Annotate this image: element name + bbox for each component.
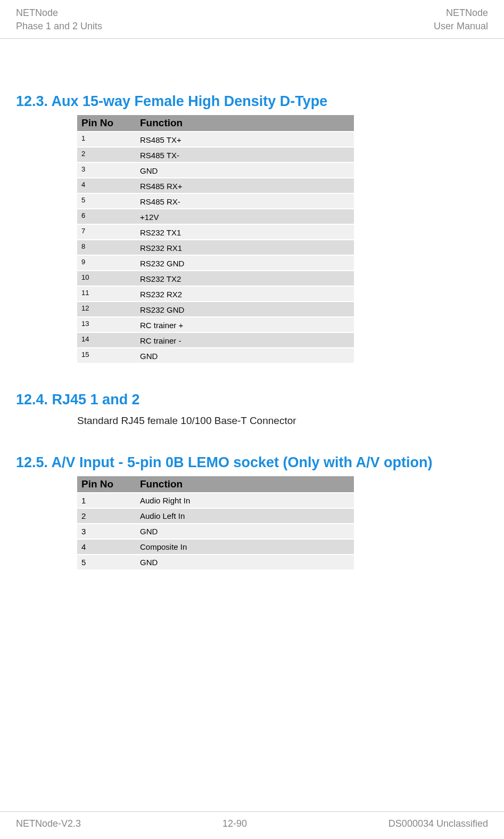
table-col-pin: Pin No <box>77 476 136 493</box>
table-row: 2RS485 TX- <box>77 147 354 162</box>
table-row: 1Audio Right In <box>77 493 354 508</box>
pin-cell: 3 <box>77 524 136 539</box>
table-row: 1RS485 TX+ <box>77 132 354 147</box>
func-cell: RS232 GND <box>136 255 354 271</box>
header-left-line1: NETNode <box>16 6 102 20</box>
func-cell: RS485 TX- <box>136 147 354 162</box>
page-header: NETNode Phase 1 and 2 Units NETNode User… <box>0 0 504 39</box>
pin-cell: 4 <box>77 539 136 555</box>
table-row: 4Composite In <box>77 539 354 555</box>
header-left-line2: Phase 1 and 2 Units <box>16 20 102 33</box>
pin-cell: 15 <box>77 348 136 363</box>
header-right: NETNode User Manual <box>434 6 488 33</box>
section-12-4-body: Standard RJ45 female 10/100 Base-T Conne… <box>77 415 488 427</box>
func-cell: GND <box>136 162 354 178</box>
table-row: 10RS232 TX2 <box>77 271 354 286</box>
func-cell: RS485 TX+ <box>136 132 354 147</box>
table-row: 3GND <box>77 524 354 539</box>
table-row: 15GND <box>77 348 354 363</box>
table-row: 9RS232 GND <box>77 255 354 271</box>
section-12-4-heading: 12.4. RJ45 1 and 2 <box>16 390 488 409</box>
pin-cell: 14 <box>77 332 136 348</box>
table-row: 8RS232 RX1 <box>77 240 354 255</box>
pin-cell: 1 <box>77 132 136 147</box>
av-input-table: Pin No Function 1Audio Right In 2Audio L… <box>77 476 354 571</box>
table-row: 3GND <box>77 162 354 178</box>
table-row: 2Audio Left In <box>77 508 354 524</box>
func-cell: RS232 TX2 <box>136 271 354 286</box>
header-left: NETNode Phase 1 and 2 Units <box>16 6 102 33</box>
pin-cell: 10 <box>77 271 136 286</box>
pin-cell: 6 <box>77 209 136 224</box>
pin-cell: 2 <box>77 147 136 162</box>
table-col-func: Function <box>136 476 354 493</box>
table-col-func: Function <box>136 115 354 132</box>
section-12-3-heading: 12.3. Aux 15-way Female High Density D-T… <box>16 92 488 111</box>
table-row: 14RC trainer - <box>77 332 354 348</box>
table-row: 11RS232 RX2 <box>77 286 354 302</box>
table-col-pin: Pin No <box>77 115 136 132</box>
header-right-line1: NETNode <box>434 6 488 20</box>
table-row: 5RS485 RX- <box>77 193 354 209</box>
pin-cell: 7 <box>77 224 136 240</box>
section-12-5-heading: 12.5. A/V Input - 5-pin 0B LEMO socket (… <box>16 453 488 472</box>
header-right-line2: User Manual <box>434 20 488 33</box>
footer-left: NETNode-V2.3 <box>16 818 81 829</box>
footer-right: DS000034 Unclassified <box>389 818 488 829</box>
pin-cell: 2 <box>77 508 136 524</box>
func-cell: GND <box>136 348 354 363</box>
pin-cell: 5 <box>77 193 136 209</box>
pin-cell: 3 <box>77 162 136 178</box>
func-cell: RC trainer + <box>136 317 354 332</box>
table-row: 4RS485 RX+ <box>77 178 354 193</box>
pin-cell: 13 <box>77 317 136 332</box>
func-cell: GND <box>136 524 354 539</box>
func-cell: RS485 RX- <box>136 193 354 209</box>
aux-15way-table: Pin No Function 1RS485 TX+ 2RS485 TX- 3G… <box>77 115 354 364</box>
pin-cell: 4 <box>77 178 136 193</box>
func-cell: GND <box>136 555 354 570</box>
pin-cell: 11 <box>77 286 136 302</box>
pin-cell: 9 <box>77 255 136 271</box>
func-cell: RS232 RX2 <box>136 286 354 302</box>
func-cell: +12V <box>136 209 354 224</box>
pin-cell: 5 <box>77 555 136 570</box>
table-row: 7RS232 TX1 <box>77 224 354 240</box>
table-row: 6+12V <box>77 209 354 224</box>
table-row: 5GND <box>77 555 354 570</box>
footer-center: 12-90 <box>222 818 247 829</box>
func-cell: RS232 GND <box>136 302 354 317</box>
func-cell: Audio Right In <box>136 493 354 508</box>
table-row: 12RS232 GND <box>77 302 354 317</box>
pin-cell: 12 <box>77 302 136 317</box>
pin-cell: 8 <box>77 240 136 255</box>
func-cell: RS232 RX1 <box>136 240 354 255</box>
page-content: 12.3. Aux 15-way Female High Density D-T… <box>0 39 504 570</box>
pin-cell: 1 <box>77 493 136 508</box>
func-cell: RC trainer - <box>136 332 354 348</box>
func-cell: RS485 RX+ <box>136 178 354 193</box>
func-cell: Composite In <box>136 539 354 555</box>
func-cell: RS232 TX1 <box>136 224 354 240</box>
table-row: 13RC trainer + <box>77 317 354 332</box>
page-footer: NETNode-V2.3 12-90 DS000034 Unclassified <box>0 811 504 839</box>
func-cell: Audio Left In <box>136 508 354 524</box>
